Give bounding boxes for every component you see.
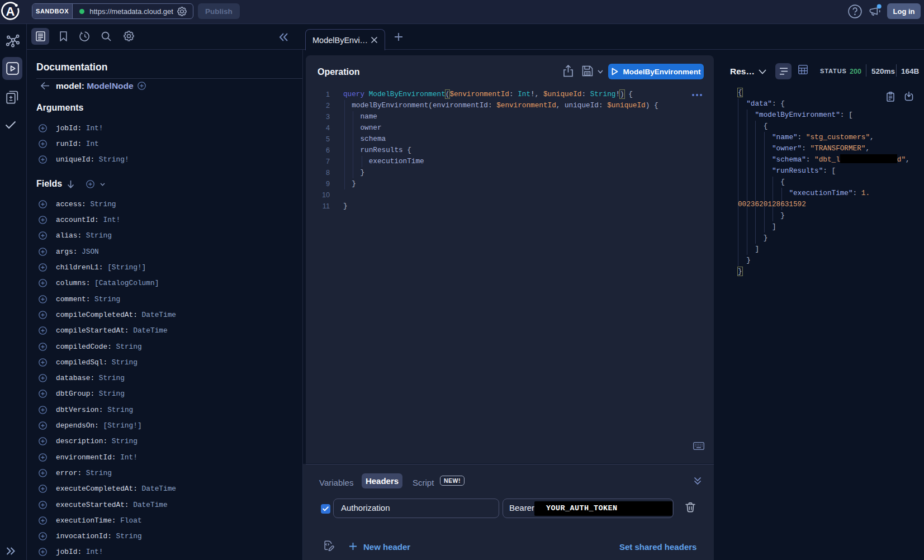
svg-text:A: A xyxy=(6,4,15,18)
